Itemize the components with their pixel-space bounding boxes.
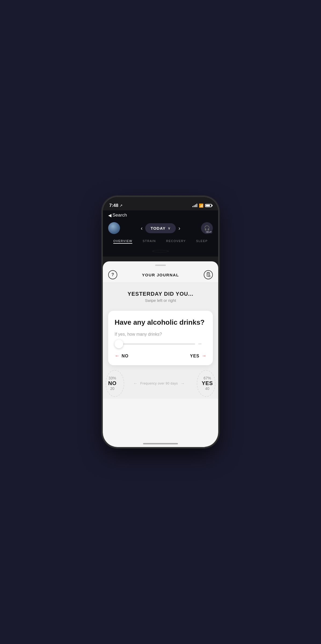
back-arrow-icon: ◀ — [108, 213, 111, 218]
right-arrow-icon: → — [202, 353, 206, 359]
question-text: Have any alcoholic drinks? — [115, 318, 206, 327]
freq-prev-icon[interactable]: ← — [133, 381, 138, 386]
freq-next-icon[interactable]: → — [181, 381, 185, 386]
journal-help-button[interactable]: ? — [108, 270, 117, 279]
clipboard-settings-icon — [206, 272, 211, 277]
answer-row: ← NO YES → — [115, 353, 206, 359]
signal-bar-4 — [196, 204, 197, 207]
no-percent: 33% — [108, 376, 116, 380]
status-icons: 📶 — [192, 203, 212, 208]
no-label: NO — [122, 354, 129, 358]
left-arrow-icon: ← — [115, 353, 119, 359]
background-app: ◀ Search ‹ TODAY ∨ › 🎧 HE — [103, 210, 218, 257]
frequency-section: ← Frequency over 90 days → — [133, 381, 185, 386]
drink-count-slider[interactable] — [115, 343, 195, 345]
right-circle-decoration — [197, 370, 216, 397]
back-label[interactable]: Search — [112, 213, 127, 218]
journal-modal: ? YOUR JOURNAL — [103, 261, 218, 447]
yes-button[interactable]: YES → — [190, 353, 206, 359]
help-badge: HELP — [205, 230, 212, 233]
circle-visual — [152, 250, 169, 253]
chevron-down-icon: ∨ — [168, 226, 170, 230]
prev-day-button[interactable]: ‹ — [141, 225, 143, 231]
dynamic-island — [144, 200, 177, 209]
slider-container: -- — [115, 341, 206, 347]
sheet-header: ? YOUR JOURNAL — [103, 268, 218, 283]
phone-frame: 7:48 ↗ 📶 ◀ Search — [103, 197, 218, 447]
help-button[interactable]: 🎧 HELP — [201, 222, 213, 234]
back-nav[interactable]: ◀ Search — [108, 210, 213, 220]
question-card: Have any alcoholic drinks? If yes, how m… — [108, 311, 213, 365]
bg-visual — [108, 246, 213, 257]
screen: 7:48 ↗ 📶 ◀ Search — [103, 197, 218, 447]
app-header: ‹ TODAY ∨ › 🎧 HELP — [108, 220, 213, 236]
journal-title: YOUR JOURNAL — [142, 273, 179, 277]
signal-bar-3 — [195, 204, 196, 207]
tab-recovery[interactable]: RECOVERY — [166, 239, 186, 244]
no-stat-label: NO — [108, 380, 116, 386]
yesterday-subtitle: Swipe left or right — [108, 298, 213, 303]
avatar[interactable] — [108, 222, 120, 234]
home-indicator[interactable] — [143, 443, 178, 444]
headset-icon: 🎧 — [204, 225, 210, 231]
svg-rect-1 — [207, 272, 209, 273]
frequency-label: Frequency over 90 days — [140, 382, 178, 385]
tab-nav: OVERVIEW STRAIN RECOVERY SLEEP — [108, 236, 213, 246]
yes-label: YES — [190, 354, 199, 358]
sheet-handle[interactable] — [155, 265, 166, 266]
tab-sleep[interactable]: SLEEP — [196, 239, 208, 244]
battery-icon — [205, 204, 212, 207]
stats-section: 33% NO 20 ← Frequency over 90 days → 67%… — [103, 368, 218, 399]
question-icon: ? — [111, 272, 114, 277]
slider-thumb[interactable] — [115, 340, 123, 348]
no-button[interactable]: ← NO — [115, 353, 129, 359]
journal-settings-button[interactable] — [204, 270, 213, 279]
signal-bar-2 — [194, 205, 195, 207]
date-nav: ‹ TODAY ∨ › — [141, 223, 180, 233]
signal-bar-1 — [192, 206, 193, 207]
wifi-icon: 📶 — [199, 203, 203, 208]
next-day-button[interactable]: › — [178, 225, 180, 231]
tab-overview[interactable]: OVERVIEW — [113, 239, 132, 244]
date-pill[interactable]: TODAY ∨ — [145, 223, 176, 233]
sub-question: If yes, how many drinks? — [115, 332, 206, 337]
location-icon: ↗ — [119, 203, 123, 208]
signal-bars — [192, 204, 197, 207]
date-text: TODAY — [151, 226, 166, 230]
status-time: 7:48 — [109, 203, 118, 208]
yesterday-title: YESTERDAY DID YOU... — [108, 291, 213, 297]
slider-value: -- — [198, 341, 206, 347]
no-count: 20 — [108, 386, 116, 391]
sheet-content: YESTERDAY DID YOU... Swipe left or right… — [103, 283, 218, 399]
tab-strain[interactable]: STRAIN — [143, 239, 156, 244]
yesterday-section: YESTERDAY DID YOU... Swipe left or right — [103, 283, 218, 308]
no-stat: 33% NO 20 — [108, 376, 116, 391]
